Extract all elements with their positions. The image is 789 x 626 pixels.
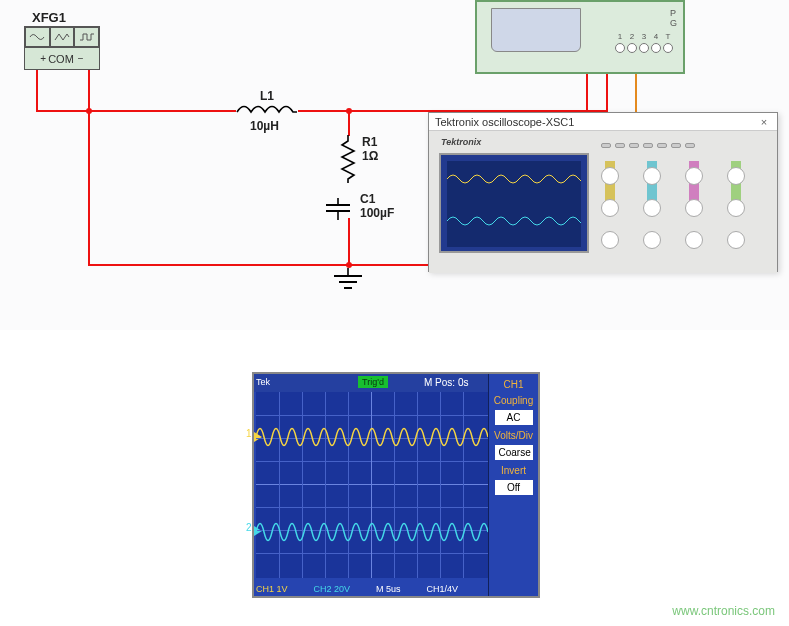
side-coupling: Coupling — [489, 395, 538, 406]
scope-mini-screen — [491, 8, 581, 52]
side-ch: CH1 — [489, 379, 538, 390]
knob[interactable] — [685, 231, 703, 249]
scope-screen — [439, 153, 589, 253]
oscilloscope-block[interactable]: PG 1 2 3 4 T — [475, 0, 685, 74]
r1-ref: R1 — [362, 135, 377, 149]
wire — [88, 70, 90, 266]
scope-face: Tektronix — [429, 131, 777, 273]
knob[interactable] — [685, 167, 703, 185]
c1-value: 100µF — [360, 206, 394, 220]
inductor-l1[interactable]: L1 10µH — [236, 105, 298, 123]
node — [86, 108, 92, 114]
wire — [298, 110, 348, 112]
foot-ch2: CH2 20V — [314, 584, 351, 594]
watermark: www.cntronics.com — [672, 604, 775, 618]
scope-button[interactable] — [685, 143, 695, 148]
knob[interactable] — [685, 199, 703, 217]
side-invert: Invert — [489, 465, 538, 476]
wave-square-icon — [74, 27, 99, 47]
tek-label: Tek — [256, 377, 270, 387]
foot-trigger: CH1/4V — [427, 584, 459, 594]
scope-button[interactable] — [671, 143, 681, 148]
plus-icon: + — [40, 53, 46, 64]
foot-timebase: M 5us — [376, 584, 401, 594]
node — [346, 108, 352, 114]
scope-ports: 1 2 3 4 T — [615, 32, 673, 53]
knob[interactable] — [727, 167, 745, 185]
wire — [586, 74, 588, 112]
popup-titlebar[interactable]: Tektronix oscilloscope-XSC1 × — [429, 113, 777, 131]
wave-sine-icon — [25, 27, 50, 47]
voltsdiv-coarse-button[interactable]: Coarse — [495, 445, 533, 460]
scope-button[interactable] — [601, 143, 611, 148]
oscilloscope-popup[interactable]: Tektronix oscilloscope-XSC1 × Tektronix — [428, 112, 778, 272]
scope-button[interactable] — [657, 143, 667, 148]
ground-icon — [330, 268, 366, 298]
scope-brand: Tektronix — [441, 137, 481, 147]
function-generator[interactable]: + COM − — [24, 26, 100, 70]
ch1-marker-num: 1 — [246, 428, 252, 439]
function-gen-label: XFG1 — [32, 10, 66, 25]
wire — [88, 264, 433, 266]
wave-tri-icon — [50, 27, 75, 47]
scope-button[interactable] — [629, 143, 639, 148]
xfg-com-row: + COM − — [25, 47, 99, 69]
knob[interactable] — [601, 199, 619, 217]
knob[interactable] — [643, 231, 661, 249]
wire — [348, 218, 350, 264]
scope-screenshot: Tek Trig'd M Pos: 0s 1 2 CH1 Coupling AC — [252, 372, 540, 598]
waveform-grid: 1 2 — [256, 392, 490, 578]
foot-ch1: CH1 1V — [256, 584, 288, 594]
knob[interactable] — [601, 167, 619, 185]
knob[interactable] — [643, 199, 661, 217]
port-1[interactable] — [615, 43, 625, 53]
wire — [36, 110, 236, 112]
knob[interactable] — [727, 199, 745, 217]
resistor-r1[interactable]: R1 1Ω — [338, 135, 358, 187]
scope-button[interactable] — [615, 143, 625, 148]
popup-title-text: Tektronix oscilloscope-XSC1 — [435, 116, 574, 128]
com-label: COM — [48, 53, 74, 65]
scope-pg-label: PG — [670, 8, 677, 28]
m-pos: M Pos: 0s — [424, 377, 468, 388]
c1-ref: C1 — [360, 192, 375, 206]
l1-value: 10µH — [250, 119, 279, 133]
trig-status: Trig'd — [358, 376, 388, 388]
l1-ref: L1 — [260, 89, 274, 103]
capacitor-c1[interactable]: C1 100µF — [320, 198, 356, 224]
close-icon[interactable]: × — [757, 115, 771, 129]
coupling-ac-button[interactable]: AC — [495, 410, 533, 425]
minus-icon: − — [78, 53, 84, 64]
knob[interactable] — [601, 231, 619, 249]
invert-off-button[interactable]: Off — [495, 480, 533, 495]
scope-side-menu: CH1 Coupling AC Volts/Div Coarse Invert … — [488, 374, 538, 596]
wire — [36, 70, 38, 110]
scope-footer: CH1 1V CH2 20V M 5us CH1/4V — [256, 584, 458, 594]
port-t[interactable] — [663, 43, 673, 53]
scope-button[interactable] — [643, 143, 653, 148]
r1-value: 1Ω — [362, 149, 378, 163]
port-3[interactable] — [639, 43, 649, 53]
knob[interactable] — [727, 231, 745, 249]
schematic-canvas: XFG1 + COM − PG 1 2 3 4 T — [0, 0, 789, 330]
port-2[interactable] — [627, 43, 637, 53]
side-voltsdiv: Volts/Div — [489, 430, 538, 441]
knob[interactable] — [643, 167, 661, 185]
port-4[interactable] — [651, 43, 661, 53]
ch2-marker-num: 2 — [246, 522, 252, 533]
wire — [606, 74, 608, 112]
scope-controls — [599, 137, 771, 267]
